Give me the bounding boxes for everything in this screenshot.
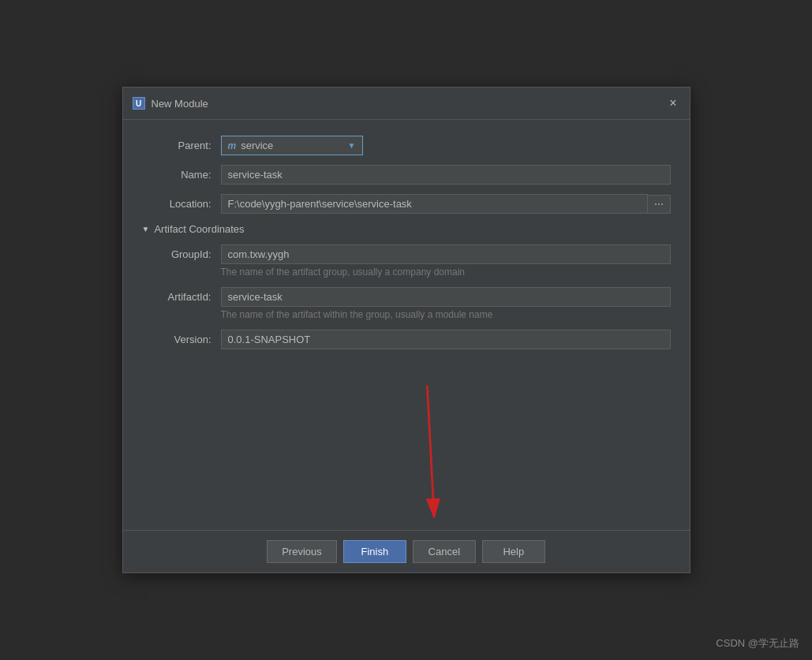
artifactid-input[interactable] (221, 287, 671, 307)
location-label: Location: (142, 198, 221, 210)
groupid-wrap: The name of the artifact group, usually … (221, 244, 671, 284)
previous-button[interactable]: Previous (267, 540, 337, 563)
dialog-content: Parent: m service ▼ Name: Location: (123, 120, 690, 530)
artifactid-hint: The name of the artifact within the grou… (221, 309, 671, 320)
version-row: Version: (152, 330, 671, 349)
groupid-label: GroupId: (152, 244, 221, 260)
finish-button[interactable]: Finish (343, 540, 406, 563)
cancel-button[interactable]: Cancel (413, 540, 476, 563)
help-button[interactable]: Help (482, 540, 545, 563)
name-label: Name: (142, 169, 221, 181)
artifactid-label: ArtifactId: (152, 287, 221, 303)
module-icon: m (228, 140, 237, 151)
version-input[interactable] (221, 330, 671, 349)
section-collapse-icon[interactable]: ▼ (142, 225, 150, 233)
version-label: Version: (152, 330, 221, 345)
location-input[interactable] (221, 194, 648, 214)
watermark: CSDN @学无止路 (716, 636, 799, 651)
new-module-dialog: U New Module × Parent: m service ▼ Name: (122, 87, 690, 573)
close-button[interactable]: × (666, 95, 679, 111)
dropdown-arrow-icon: ▼ (348, 141, 356, 150)
name-control (221, 165, 671, 185)
dialog-title-left: U New Module (133, 97, 208, 110)
parent-value: service (241, 140, 273, 151)
name-input[interactable] (221, 165, 671, 185)
parent-label: Parent: (142, 140, 221, 151)
browse-icon: ⋯ (654, 199, 664, 210)
dialog-title: New Module (152, 98, 208, 110)
parent-control: m service ▼ (221, 136, 671, 155)
parent-dropdown[interactable]: m service ▼ (221, 136, 363, 155)
browse-button[interactable]: ⋯ (648, 195, 671, 214)
groupid-input[interactable] (221, 244, 671, 264)
dialog-footer: Previous Finish Cancel Help (123, 530, 690, 572)
name-row: Name: (142, 165, 671, 185)
location-row: Location: ⋯ (142, 194, 671, 214)
artifact-section-header: ▼ Artifact Coordinates (142, 223, 671, 235)
section-title: Artifact Coordinates (154, 223, 244, 235)
version-wrap (221, 330, 671, 349)
artifactid-wrap: The name of the artifact within the grou… (221, 287, 671, 326)
parent-row: Parent: m service ▼ (142, 136, 671, 155)
artifact-section: GroupId: The name of the artifact group,… (152, 244, 671, 349)
location-control: ⋯ (221, 194, 671, 214)
dialog-titlebar: U New Module × (123, 88, 690, 120)
dialog-icon: U (133, 97, 145, 110)
artifactid-row: ArtifactId: The name of the artifact wit… (152, 287, 671, 326)
groupid-hint: The name of the artifact group, usually … (221, 267, 671, 278)
groupid-row: GroupId: The name of the artifact group,… (152, 244, 671, 284)
